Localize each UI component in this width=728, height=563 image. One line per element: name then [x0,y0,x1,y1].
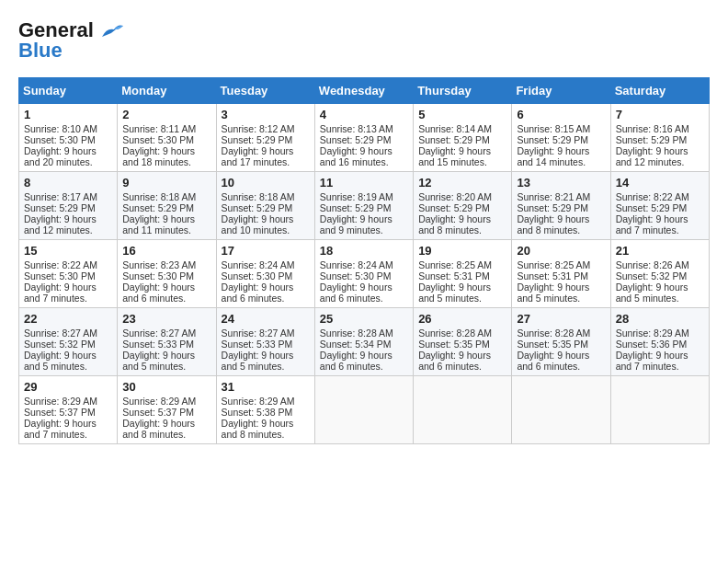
day-number-1: 1 [24,108,112,121]
day-info-line: Sunrise: 8:24 AM [222,259,310,270]
day-info-line: and 7 minutes. [24,429,112,440]
day-number-22: 22 [24,312,112,326]
page-header: General Blue [18,18,710,63]
day-info-line: Sunrise: 8:27 AM [24,327,112,339]
day-number-24: 24 [222,312,310,326]
day-number-18: 18 [320,244,408,258]
day-info-line: and 18 minutes. [122,156,210,167]
day-number-4: 4 [320,108,408,121]
day-info-line: Daylight: 9 hours [616,213,704,224]
day-info-line: Daylight: 9 hours [418,213,506,224]
day-info-line: Sunset: 5:29 PM [222,134,310,145]
day-info-line: Sunset: 5:35 PM [418,339,506,350]
day-cell-11: 11Sunrise: 8:19 AMSunset: 5:29 PMDayligh… [314,172,413,240]
calendar-header-row: SundayMondayTuesdayWednesdayThursdayFrid… [19,78,710,104]
day-info-line: and 6 minutes. [320,361,408,372]
day-info-line: and 9 minutes. [320,224,408,236]
day-info-line: Daylight: 9 hours [222,282,310,293]
day-number-5: 5 [418,108,506,121]
day-info-line: Daylight: 9 hours [320,350,408,361]
day-info-line: Sunrise: 8:11 AM [122,123,210,134]
day-info-line: Sunset: 5:34 PM [320,339,408,350]
day-header-sunday: Sunday [19,78,118,104]
day-info-line: Sunrise: 8:29 AM [616,327,704,339]
day-number-26: 26 [418,312,506,326]
day-number-20: 20 [517,244,605,258]
day-info-line: and 8 minutes. [222,429,310,440]
day-info-line: and 10 minutes. [222,224,310,236]
day-info-line: Daylight: 9 hours [222,213,310,224]
day-info-line: Sunset: 5:29 PM [418,202,506,213]
empty-cell [314,376,413,444]
day-cell-28: 28Sunrise: 8:29 AMSunset: 5:36 PMDayligh… [610,308,709,376]
day-number-31: 31 [222,380,310,394]
day-cell-3: 3Sunrise: 8:12 AMSunset: 5:29 PMDaylight… [216,104,314,172]
day-info-line: Sunrise: 8:27 AM [122,327,210,339]
day-info-line: Sunrise: 8:19 AM [320,191,408,202]
day-cell-31: 31Sunrise: 8:29 AMSunset: 5:38 PMDayligh… [216,376,314,444]
empty-cell [610,376,709,444]
calendar-table: SundayMondayTuesdayWednesdayThursdayFrid… [18,77,710,444]
day-info-line: and 7 minutes. [616,224,704,236]
day-cell-25: 25Sunrise: 8:28 AMSunset: 5:34 PMDayligh… [314,308,413,376]
day-info-line: Daylight: 9 hours [222,418,310,429]
day-cell-10: 10Sunrise: 8:18 AMSunset: 5:29 PMDayligh… [216,172,314,240]
day-info-line: Sunrise: 8:28 AM [320,327,408,339]
day-number-29: 29 [24,380,112,394]
day-number-11: 11 [320,176,408,190]
day-info-line: Daylight: 9 hours [320,282,408,293]
day-info-line: Sunset: 5:33 PM [222,339,310,350]
calendar-body: 1Sunrise: 8:10 AMSunset: 5:30 PMDaylight… [19,104,710,444]
day-info-line: Daylight: 9 hours [122,213,210,224]
day-info-line: and 8 minutes. [418,224,506,236]
day-cell-27: 27Sunrise: 8:28 AMSunset: 5:35 PMDayligh… [512,308,610,376]
day-info-line: Sunset: 5:37 PM [24,407,112,418]
day-info-line: Sunrise: 8:25 AM [517,259,605,270]
day-cell-17: 17Sunrise: 8:24 AMSunset: 5:30 PMDayligh… [216,240,314,308]
day-info-line: Sunset: 5:29 PM [418,134,506,145]
day-cell-29: 29Sunrise: 8:29 AMSunset: 5:37 PMDayligh… [19,376,118,444]
day-header-friday: Friday [512,78,610,104]
day-info-line: and 6 minutes. [222,293,310,304]
day-number-13: 13 [517,176,605,190]
day-header-thursday: Thursday [414,78,512,104]
day-info-line: Sunrise: 8:20 AM [418,191,506,202]
day-info-line: Sunset: 5:29 PM [320,134,408,145]
day-info-line: Sunrise: 8:28 AM [418,327,506,339]
day-info-line: Sunset: 5:30 PM [222,270,310,282]
day-info-line: Sunset: 5:30 PM [122,134,210,145]
day-info-line: and 7 minutes. [24,293,112,304]
day-info-line: Daylight: 9 hours [24,418,112,429]
day-number-30: 30 [122,380,210,394]
day-cell-12: 12Sunrise: 8:20 AMSunset: 5:29 PMDayligh… [414,172,512,240]
day-info-line: and 6 minutes. [517,361,605,372]
day-info-line: Daylight: 9 hours [24,213,112,224]
day-info-line: and 5 minutes. [24,361,112,372]
day-info-line: Sunrise: 8:29 AM [222,396,310,407]
day-info-line: Sunset: 5:29 PM [222,202,310,213]
day-header-tuesday: Tuesday [216,78,314,104]
day-info-line: Sunrise: 8:25 AM [418,259,506,270]
day-info-line: Daylight: 9 hours [222,350,310,361]
day-info-line: Sunset: 5:31 PM [517,270,605,282]
day-cell-5: 5Sunrise: 8:14 AMSunset: 5:29 PMDaylight… [414,104,512,172]
day-info-line: Sunset: 5:29 PM [122,202,210,213]
day-cell-19: 19Sunrise: 8:25 AMSunset: 5:31 PMDayligh… [414,240,512,308]
day-info-line: Daylight: 9 hours [222,145,310,156]
day-info-line: Sunset: 5:37 PM [122,407,210,418]
day-number-7: 7 [616,108,704,121]
day-info-line: and 11 minutes. [122,224,210,236]
day-info-line: Daylight: 9 hours [122,350,210,361]
day-info-line: Daylight: 9 hours [418,350,506,361]
day-header-monday: Monday [118,78,216,104]
logo-blue-text: Blue [18,39,63,63]
day-cell-18: 18Sunrise: 8:24 AMSunset: 5:30 PMDayligh… [314,240,413,308]
day-cell-23: 23Sunrise: 8:27 AMSunset: 5:33 PMDayligh… [118,308,216,376]
day-info-line: Sunset: 5:35 PM [517,339,605,350]
day-info-line: Sunset: 5:36 PM [616,339,704,350]
day-info-line: Sunrise: 8:18 AM [122,191,210,202]
day-info-line: Sunset: 5:30 PM [122,270,210,282]
day-cell-2: 2Sunrise: 8:11 AMSunset: 5:30 PMDaylight… [118,104,216,172]
day-info-line: Sunset: 5:30 PM [320,270,408,282]
day-header-wednesday: Wednesday [314,78,413,104]
